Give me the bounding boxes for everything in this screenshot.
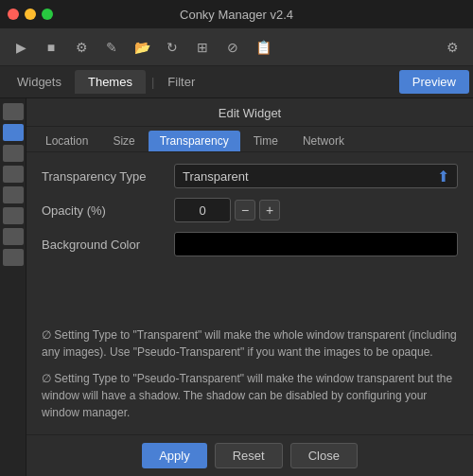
sidebar-item-7[interactable] bbox=[3, 228, 24, 245]
transparency-type-control: Transparent ⬆ bbox=[174, 164, 458, 188]
info-paragraph-2: ∅ Setting Type to "Pseudo-Transparent" w… bbox=[42, 370, 458, 421]
sidebar-item-5[interactable] bbox=[3, 186, 24, 203]
right-settings-button[interactable]: ⚙ bbox=[439, 34, 465, 61]
window-controls[interactable] bbox=[8, 9, 53, 20]
tab-widgets[interactable]: Widgets bbox=[4, 70, 75, 94]
sidebar-item-4[interactable] bbox=[3, 166, 24, 183]
close-button[interactable]: Close bbox=[290, 443, 358, 468]
background-color-label: Background Color bbox=[42, 238, 174, 252]
background-color-swatch[interactable] bbox=[174, 232, 458, 256]
sidebar-item-8[interactable] bbox=[3, 249, 24, 266]
grid-button[interactable]: ⊞ bbox=[189, 34, 216, 61]
settings-button[interactable]: ⚙ bbox=[68, 34, 95, 61]
play-button[interactable]: ▶ bbox=[8, 34, 34, 61]
edit-widget-dialog: Edit Widget Location Size Transparency T… bbox=[26, 98, 473, 476]
opacity-control: − + bbox=[174, 198, 458, 222]
apply-button[interactable]: Apply bbox=[142, 443, 207, 468]
dialog-tab-time[interactable]: Time bbox=[242, 131, 289, 151]
opacity-decrease-button[interactable]: − bbox=[235, 200, 255, 220]
sidebar-item-6[interactable] bbox=[3, 207, 24, 224]
opacity-row: Opacity (%) − + bbox=[42, 198, 458, 222]
select-dropdown-icon: ⬆ bbox=[437, 167, 449, 185]
info-section: ∅ Setting Type to "Transparent" will mak… bbox=[26, 323, 473, 434]
transparency-type-select[interactable]: Transparent ⬆ bbox=[174, 164, 458, 188]
sidebar-item-2[interactable] bbox=[3, 124, 24, 141]
opacity-label: Opacity (%) bbox=[42, 203, 174, 218]
tab-filter[interactable]: Filter bbox=[160, 70, 202, 94]
edit-button[interactable]: ✎ bbox=[98, 34, 125, 61]
maximize-window-button[interactable] bbox=[42, 9, 53, 20]
sidebar bbox=[0, 98, 26, 476]
sidebar-item-3[interactable] bbox=[3, 145, 24, 162]
reset-button[interactable]: Reset bbox=[215, 443, 283, 468]
folder-button[interactable]: 📂 bbox=[129, 34, 155, 61]
info-paragraph-1: ∅ Setting Type to "Transparent" will mak… bbox=[42, 326, 458, 361]
block-button[interactable]: ⊘ bbox=[219, 34, 246, 61]
background-color-row: Background Color bbox=[42, 232, 458, 256]
app-title: Conky Manager v2.4 bbox=[180, 8, 293, 22]
copy-button[interactable]: 📋 bbox=[250, 34, 276, 61]
preview-button[interactable]: Preview bbox=[399, 70, 469, 94]
dialog-tab-size[interactable]: Size bbox=[101, 131, 146, 151]
stop-button[interactable]: ■ bbox=[38, 34, 64, 61]
dialog-content: Transparency Type Transparent ⬆ Opacity … bbox=[26, 152, 473, 323]
dialog-footer: Apply Reset Close bbox=[26, 434, 473, 476]
dialog-tab-location[interactable]: Location bbox=[34, 131, 99, 151]
transparency-type-label: Transparency Type bbox=[42, 169, 174, 184]
opacity-increase-button[interactable]: + bbox=[259, 200, 280, 220]
tab-separator: | bbox=[146, 75, 160, 89]
close-window-button[interactable] bbox=[8, 9, 19, 20]
toolbar: ▶ ■ ⚙ ✎ 📂 ↻ ⊞ ⊘ 📋 ⚙ bbox=[0, 28, 473, 66]
minimize-window-button[interactable] bbox=[25, 9, 36, 20]
transparency-type-value: Transparent bbox=[183, 169, 249, 184]
dialog-tab-transparency[interactable]: Transparency bbox=[149, 131, 240, 151]
sidebar-item-1[interactable] bbox=[3, 103, 24, 120]
tab-themes[interactable]: Themes bbox=[75, 70, 146, 94]
background-color-control bbox=[174, 232, 458, 256]
dialog-title: Edit Widget bbox=[26, 98, 473, 127]
main-area: Edit Widget Location Size Transparency T… bbox=[0, 98, 473, 476]
transparency-type-row: Transparency Type Transparent ⬆ bbox=[42, 164, 458, 188]
dialog-tab-network[interactable]: Network bbox=[291, 131, 356, 151]
title-bar: Conky Manager v2.4 bbox=[0, 0, 473, 28]
tab-bar: Widgets Themes | Filter Preview bbox=[0, 66, 473, 98]
refresh-button[interactable]: ↻ bbox=[159, 34, 185, 61]
opacity-input[interactable] bbox=[174, 198, 231, 222]
dialog-tab-bar: Location Size Transparency Time Network bbox=[26, 127, 473, 152]
